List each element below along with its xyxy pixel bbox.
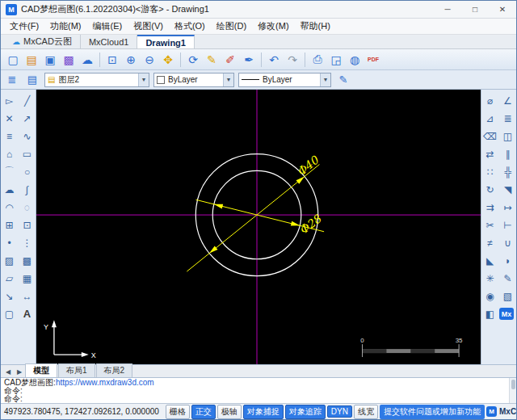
revision-cloud-tool-icon[interactable]: ☁: [1, 181, 18, 198]
print-preview-button[interactable]: ◲: [327, 51, 345, 69]
layout-tab-model[interactable]: 模型: [25, 363, 57, 377]
polygon-tool-icon[interactable]: ⌂: [1, 145, 18, 162]
menu-item-view[interactable]: 视图(V): [128, 19, 169, 34]
lengthen-tool-icon[interactable]: ↦: [499, 199, 516, 216]
maximize-button[interactable]: □: [461, 1, 489, 18]
drawing-canvas[interactable]: Φ40 Φ28 Y X: [36, 90, 481, 364]
feedback-link[interactable]: 提交软件问题或增加新功能: [380, 405, 485, 419]
chevron-down-icon[interactable]: ▼: [320, 74, 330, 86]
text-tool-icon[interactable]: A: [19, 305, 36, 322]
select-tool-icon[interactable]: ▻: [1, 92, 18, 109]
menu-item-draw[interactable]: 绘图(D): [211, 19, 252, 34]
layer-states-icon[interactable]: ▤: [24, 72, 40, 88]
pdf-export-button[interactable]: PDF: [364, 51, 382, 69]
tab-scroll-right-icon[interactable]: ▶: [14, 368, 25, 377]
construction-line-tool-icon[interactable]: ✕: [1, 110, 18, 127]
region-tool-icon[interactable]: ▱: [1, 270, 18, 287]
print-button[interactable]: ⎙: [309, 51, 326, 69]
arc-tool-icon[interactable]: ⌒: [1, 163, 18, 180]
menu-item-format[interactable]: 格式(O): [169, 19, 211, 34]
toggle-osnap[interactable]: 对象捕捉: [243, 405, 284, 419]
chevron-down-icon[interactable]: ▼: [223, 74, 233, 86]
box-3d-tool-icon[interactable]: ▧: [499, 288, 516, 304]
join-tool-icon[interactable]: ∪: [499, 234, 516, 251]
stretch-tool-icon[interactable]: ⇉: [481, 199, 498, 216]
toggle-lineweight[interactable]: 线宽: [354, 405, 378, 419]
spline-tool-icon[interactable]: ∫: [19, 181, 36, 198]
insert-block-tool-icon[interactable]: ⊞: [1, 216, 18, 233]
divide-tool-icon[interactable]: ⋮: [19, 234, 36, 251]
mirror-tool-icon[interactable]: ⇄: [481, 145, 498, 162]
orbit-tool-icon[interactable]: ◉: [481, 288, 498, 304]
wipeout-tool-icon[interactable]: ▢: [1, 305, 18, 322]
menu-item-modify[interactable]: 修改(M): [252, 19, 295, 34]
measure-area-tool-icon[interactable]: ⊿: [481, 110, 498, 127]
erase-tool-icon[interactable]: ⌫: [481, 128, 498, 145]
table-tool-icon[interactable]: ▦: [19, 270, 36, 287]
render-tool-icon[interactable]: ◧: [481, 305, 498, 322]
measure-angle-tool-icon[interactable]: ∠: [499, 92, 516, 109]
command-input[interactable]: 命令:: [4, 395, 506, 403]
menu-item-function[interactable]: 功能(M): [44, 19, 87, 34]
zoom-in-button[interactable]: ⊕: [122, 51, 140, 69]
linetype-select[interactable]: ByLayer ▼: [238, 73, 331, 87]
move-tool-icon[interactable]: ╬: [499, 163, 516, 180]
toggle-dyn[interactable]: DYN: [327, 405, 352, 418]
ellipse-tool-icon[interactable]: ◌: [19, 199, 36, 216]
zoom-extents-button[interactable]: ⊡: [103, 51, 121, 69]
explode-tool-icon[interactable]: ✳: [481, 270, 498, 287]
list-tool-icon[interactable]: ≣: [499, 110, 516, 127]
cloud-save-button[interactable]: ☁: [78, 51, 96, 69]
chamfer-tool-icon[interactable]: ◣: [481, 252, 498, 269]
pencil-icon[interactable]: ✎: [335, 72, 351, 88]
doc-tab-drawing1[interactable]: Drawing1: [137, 35, 195, 48]
fillet-tool-icon[interactable]: ◗: [499, 252, 516, 269]
copy-tool-icon[interactable]: ◫: [499, 128, 516, 145]
menu-item-file[interactable]: 文件(F): [4, 19, 44, 34]
ray-tool-icon[interactable]: ↗: [19, 110, 36, 127]
doc-tab-mxcloud1[interactable]: MxCloud1: [81, 35, 138, 48]
ellipse-arc-tool-icon[interactable]: ◠: [1, 199, 18, 216]
edit-pencil-button[interactable]: ✐: [221, 51, 239, 69]
pan-button[interactable]: ✥: [159, 51, 177, 69]
command-scrollbar-thumb[interactable]: [511, 380, 515, 389]
save-button[interactable]: ▣: [41, 51, 59, 69]
hatch-tool-icon[interactable]: ▨: [1, 252, 18, 269]
polyline-tool-icon[interactable]: ∿: [19, 128, 36, 145]
zoom-out-button[interactable]: ⊖: [141, 51, 158, 69]
new-file-button[interactable]: ▢: [4, 51, 22, 69]
rotate-tool-icon[interactable]: ↻: [481, 181, 498, 198]
layer-select[interactable]: ▤ 图层2 ▼: [44, 73, 149, 87]
toggle-ortho[interactable]: 正交: [191, 405, 216, 419]
rectangle-tool-icon[interactable]: ▭: [19, 145, 36, 162]
dimension-phi28[interactable]: Φ28: [196, 200, 325, 237]
circle-tool-icon[interactable]: ○: [19, 163, 36, 180]
menu-item-help[interactable]: 帮助(H): [295, 19, 336, 34]
format-brush-button[interactable]: ✒: [240, 51, 258, 69]
command-scrollbar[interactable]: [509, 378, 516, 403]
leader-tool-icon[interactable]: ↘: [1, 288, 18, 304]
dimension-tool-icon[interactable]: ↔: [19, 288, 36, 304]
doc-tab-mxcad-cloud[interactable]: ☁ MxCAD云图: [4, 35, 81, 48]
trim-tool-icon[interactable]: ✂: [481, 216, 498, 233]
mxdraw-link[interactable]: https://www.mxdraw3d.com: [56, 378, 154, 387]
edit-polyline-tool-icon[interactable]: ✎: [499, 270, 516, 287]
extend-tool-icon[interactable]: ⊢: [499, 216, 516, 233]
layout-tab-layout1[interactable]: 布局1: [58, 363, 95, 377]
scale-tool-icon[interactable]: ◥: [499, 181, 516, 198]
minimize-button[interactable]: ─: [434, 1, 461, 18]
redo-button[interactable]: ↷: [284, 51, 301, 69]
point-tool-icon[interactable]: •: [1, 234, 18, 251]
save-as-button[interactable]: ▩: [60, 51, 78, 69]
array-tool-icon[interactable]: ∷: [481, 163, 498, 180]
toggle-grid[interactable]: 栅格: [166, 405, 190, 419]
undo-button[interactable]: ↶: [265, 51, 283, 69]
color-select[interactable]: ByLayer ▼: [153, 73, 234, 87]
draw-pencil-button[interactable]: ✎: [203, 51, 221, 69]
multiline-tool-icon[interactable]: ≡: [1, 128, 18, 145]
menu-item-edit[interactable]: 编辑(E): [87, 19, 128, 34]
layer-manager-icon[interactable]: ≣: [4, 72, 20, 88]
toggle-polar[interactable]: 极轴: [217, 405, 242, 419]
chevron-down-icon[interactable]: ▼: [138, 74, 149, 86]
regen-button[interactable]: ⟳: [184, 51, 202, 69]
